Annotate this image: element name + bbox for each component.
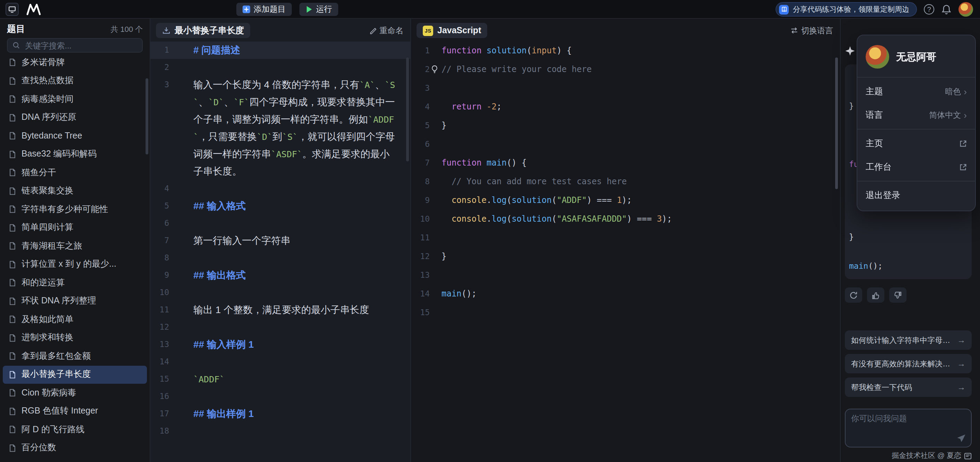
menu-item[interactable]: 主题暗色› <box>858 79 975 103</box>
document-icon <box>8 77 17 85</box>
ai-code-line: main(); <box>849 259 972 274</box>
sidebar-item[interactable]: 百分位数 <box>3 439 147 457</box>
suggestion-chips: 如何统计输入字符串中字母的词频?→有没有更高效的算法来解决这个问...→帮我检查… <box>845 330 972 397</box>
sidebar-item[interactable]: 查找热点数据 <box>3 72 147 90</box>
sidebar-item-label: 环状 DNA 序列整理 <box>21 295 96 307</box>
monitor-icon <box>8 5 17 14</box>
like-button[interactable] <box>867 287 885 303</box>
sidebar-item[interactable]: 计算位置 x 到 y 的最少... <box>3 255 147 274</box>
regenerate-button[interactable] <box>845 287 862 303</box>
sidebar-item[interactable]: 进制求和转换 <box>3 329 147 347</box>
md-line: 8 <box>150 249 410 267</box>
code-scrollbar-thumb[interactable] <box>835 57 838 189</box>
rename-button[interactable]: 重命名 <box>369 25 403 36</box>
md-line: 1# 问题描述 <box>150 41 410 59</box>
ai-question-input[interactable] <box>846 410 971 447</box>
refresh-icon <box>849 291 858 300</box>
sidebar-item[interactable]: 多米诺骨牌 <box>3 53 147 72</box>
run-button[interactable]: 运行 <box>299 3 338 16</box>
menu-item[interactable]: 退出登录 <box>858 184 975 207</box>
sidebar-item[interactable]: 猫鱼分干 <box>3 164 147 182</box>
code-line: 4 return -2; <box>411 98 840 116</box>
sidebar-item[interactable]: 链表聚集交换 <box>3 182 147 200</box>
code-line: 14main(); <box>411 285 840 303</box>
problem-title-pill[interactable]: 最小替换子串长度 <box>156 23 250 38</box>
md-line-content: ## 输入格式 <box>181 197 410 215</box>
document-icon <box>8 150 17 159</box>
sparkle-icon <box>845 45 855 56</box>
md-line-content: # 问题描述 <box>181 41 410 59</box>
app-logo-icon[interactable] <box>6 3 19 16</box>
line-number: 7 <box>150 232 181 249</box>
user-menu-avatar <box>865 45 889 68</box>
sidebar-item-label: 简单四则计算 <box>21 222 73 234</box>
sidebar-item[interactable]: 最小替换子串长度 <box>3 365 147 384</box>
sidebar-item[interactable]: 拿到最多红包金额 <box>3 347 147 365</box>
community-credit: 掘金技术社区 @ 夏恋 <box>892 451 961 460</box>
sidebar-item[interactable]: 和的逆运算 <box>3 274 147 292</box>
dislike-button[interactable] <box>889 287 907 303</box>
problem-scrollbar-thumb[interactable] <box>406 57 409 161</box>
user-avatar[interactable] <box>959 2 973 17</box>
sidebar-item[interactable]: DNA 序列还原 <box>3 108 147 127</box>
sidebar-scrollbar-thumb[interactable] <box>146 78 148 154</box>
sidebar-item[interactable]: RGB 色值转 Integer <box>3 402 147 421</box>
sidebar-item[interactable]: 病毒感染时间 <box>3 90 147 108</box>
ai-code-line <box>849 244 972 259</box>
lightbulb-icon[interactable] <box>430 65 439 73</box>
line-number: 6 <box>411 135 441 154</box>
help-icon[interactable]: ? <box>924 4 934 14</box>
menu-divider <box>858 129 975 130</box>
sidebar-item-label: DNA 序列还原 <box>21 112 76 124</box>
md-line: 18 <box>150 422 410 440</box>
menu-item-value: 暗色› <box>945 86 967 97</box>
sidebar-item[interactable]: … <box>3 457 147 462</box>
sidebar-item-label: 字符串有多少种可能性 <box>21 204 108 216</box>
suggestion-chip[interactable]: 有没有更高效的算法来解决这个问...→ <box>845 354 972 373</box>
line-number: 13 <box>411 266 441 285</box>
code-line: 5} <box>411 116 840 135</box>
search-input[interactable] <box>24 41 137 50</box>
line-number: 5 <box>150 197 181 215</box>
sidebar-item[interactable]: 简单四则计算 <box>3 219 147 237</box>
sidebar-item[interactable]: 阿 D 的飞行路线 <box>3 421 147 439</box>
user-menu-dropdown: 无忌阿哥 主题暗色›语言简体中文›主页工作台退出登录 <box>857 35 976 211</box>
markdown-editor[interactable]: 1# 问题描述23输入一个长度为 4 倍数的字符串，只有`A`、`S`、`D`、… <box>150 41 410 440</box>
menu-divider <box>858 77 975 78</box>
code-line-content <box>441 303 840 322</box>
ai-input-box <box>845 409 972 448</box>
code-line: 10 console.log(solution("ASAFASAFADDD") … <box>411 210 840 229</box>
sidebar-item[interactable]: 青海湖租车之旅 <box>3 237 147 255</box>
sidebar-item[interactable]: 及格如此简单 <box>3 310 147 329</box>
send-icon[interactable] <box>956 433 966 443</box>
add-problem-button[interactable]: 添加题目 <box>236 3 292 16</box>
sidebar-item-label: 阿 D 的飞行路线 <box>21 424 84 436</box>
menu-item-value <box>959 163 967 171</box>
bell-icon[interactable] <box>941 4 951 14</box>
sidebar-item[interactable]: Base32 编码和解码 <box>3 145 147 164</box>
suggestion-chip[interactable]: 帮我检查一下代码→ <box>845 378 972 397</box>
sidebar-item-label: 进制求和转换 <box>21 332 73 344</box>
sidebar-item-label: Base32 编码和解码 <box>21 149 97 160</box>
promo-banner[interactable]: 分享代码练习体验，领限量定制周边 <box>776 2 917 17</box>
code-editor[interactable]: 1function solution(input) {2// Please wr… <box>411 41 840 322</box>
menu-item[interactable]: 工作台 <box>858 155 975 179</box>
sidebar-item-label: 查找热点数据 <box>21 75 73 87</box>
sidebar-item[interactable]: Cion 勒索病毒 <box>3 384 147 402</box>
sidebar-item[interactable]: Bytedance Tree <box>3 127 147 145</box>
line-number: 14 <box>150 353 181 371</box>
md-line-content: ## 输出格式 <box>181 267 410 284</box>
brand-logo[interactable] <box>25 3 41 15</box>
code-panel-header: JS JavaScript 切换语言 <box>417 23 833 38</box>
switch-language-button[interactable]: 切换语言 <box>790 25 833 36</box>
md-line: 14 <box>150 353 410 371</box>
sidebar-title: 题目 <box>7 23 25 35</box>
chevron-right-icon: › <box>964 111 967 119</box>
line-number: 11 <box>150 301 181 319</box>
language-pill: JS JavaScript <box>417 23 487 38</box>
suggestion-chip[interactable]: 如何统计输入字符串中字母的词频?→ <box>845 330 972 350</box>
sidebar-item[interactable]: 环状 DNA 序列整理 <box>3 292 147 310</box>
sidebar-item[interactable]: 字符串有多少种可能性 <box>3 200 147 219</box>
menu-item[interactable]: 语言简体中文› <box>858 103 975 127</box>
menu-item[interactable]: 主页 <box>858 132 975 155</box>
